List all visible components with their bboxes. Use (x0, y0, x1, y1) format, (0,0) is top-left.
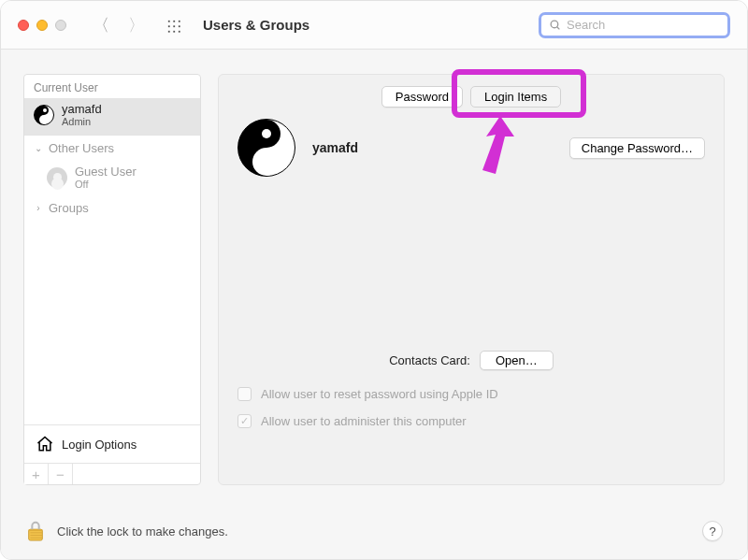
body: Current User yamafd Admin ⌄ Other Users … (1, 50, 747, 504)
guest-user-name: Guest User (75, 165, 137, 179)
current-user-role: Admin (62, 116, 102, 127)
contacts-card-row: Contacts Card: Open… (219, 351, 724, 370)
tab-password[interactable]: Password (381, 86, 463, 108)
close-window-button[interactable] (18, 20, 29, 31)
lock-hint-text: Click the lock to make changes. (57, 524, 228, 538)
svg-line-1 (557, 27, 560, 30)
user-avatar-icon[interactable] (237, 119, 295, 177)
yinyang-icon (34, 105, 54, 125)
lock-icon[interactable] (25, 519, 46, 543)
search-input[interactable] (567, 18, 720, 32)
window-title: Users & Groups (203, 17, 309, 33)
allow-reset-password-row[interactable]: Allow user to reset password using Apple… (237, 387, 705, 401)
guest-user-status: Off (75, 179, 137, 190)
help-button[interactable]: ? (702, 521, 723, 541)
forward-button[interactable]: 〉 (128, 14, 145, 36)
open-contacts-button[interactable]: Open… (480, 351, 554, 370)
current-user-name: yamafd (62, 102, 102, 116)
main-panel: Password Login Items yamafd Change Passw… (218, 74, 725, 485)
back-button[interactable]: 〈 (93, 14, 109, 36)
svg-rect-4 (29, 529, 43, 531)
tab-bar: Password Login Items (237, 86, 705, 108)
current-user-caption: Current User (24, 75, 200, 98)
chevron-right-icon: › (34, 203, 43, 213)
home-icon (36, 435, 54, 453)
contacts-card-label: Contacts Card: (389, 353, 470, 367)
minimize-window-button[interactable] (36, 20, 48, 31)
checkbox-unchecked-icon (237, 387, 252, 401)
zoom-window-button[interactable] (55, 20, 66, 31)
groups-label: Groups (49, 201, 89, 215)
groups-section[interactable]: › Groups (24, 195, 200, 221)
sidebar-guest-user[interactable]: Guest User Off (24, 161, 200, 195)
user-display-name: yamafd (312, 140, 358, 155)
nav-arrows: 〈 〉 (93, 14, 145, 36)
tab-login-items[interactable]: Login Items (470, 86, 561, 108)
other-users-label: Other Users (49, 141, 114, 155)
titlebar: 〈 〉 Users & Groups (1, 1, 747, 50)
search-field[interactable] (539, 12, 730, 38)
allow-reset-password-label: Allow user to reset password using Apple… (261, 387, 498, 401)
show-all-icon[interactable] (165, 18, 180, 33)
login-options-label: Login Options (62, 438, 137, 452)
search-icon (549, 19, 561, 31)
change-password-button[interactable]: Change Password… (569, 137, 705, 159)
svg-point-0 (551, 21, 558, 28)
sidebar: Current User yamafd Admin ⌄ Other Users … (23, 74, 201, 485)
user-header: yamafd Change Password… (237, 119, 705, 177)
chevron-down-icon: ⌄ (34, 143, 43, 153)
add-user-button[interactable]: + (24, 464, 49, 484)
add-remove-bar: + − (24, 463, 200, 484)
allow-administer-row[interactable]: Allow user to administer this computer (237, 414, 705, 428)
sidebar-current-user[interactable]: yamafd Admin (24, 98, 200, 136)
checkbox-checked-icon (237, 414, 252, 428)
footer: Click the lock to make changes. ? (1, 503, 747, 559)
login-options[interactable]: Login Options (24, 424, 200, 463)
other-users-section[interactable]: ⌄ Other Users (24, 136, 200, 161)
traffic-lights (18, 20, 66, 31)
remove-user-button[interactable]: − (49, 464, 73, 484)
allow-administer-label: Allow user to administer this computer (261, 414, 467, 428)
guest-avatar-icon (47, 167, 67, 188)
options: Allow user to reset password using Apple… (237, 387, 705, 428)
